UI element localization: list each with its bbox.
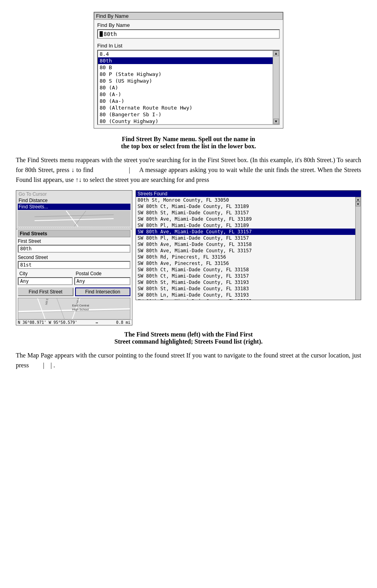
second-street-value[interactable]: 81st bbox=[18, 261, 130, 269]
streets-scroll-down[interactable]: ▼ bbox=[356, 202, 360, 206]
find-by-name-label: Find By Name bbox=[97, 22, 280, 28]
second-street-label: Second Street bbox=[16, 254, 132, 261]
menu-find-streets[interactable]: Find Streets... bbox=[18, 204, 130, 210]
map-preview: East Central High School Mill E. Ave 74t… bbox=[18, 298, 130, 320]
street-item[interactable]: SW 80th Ct, Miami-Dade County, FL 33158 bbox=[136, 267, 361, 273]
street-item[interactable]: SW 80th St, Miami-Dade County, FL 33183 bbox=[136, 285, 361, 292]
list-item[interactable]: 80 (County Road Sekk) bbox=[98, 125, 279, 125]
list-item[interactable]: 80 (A) bbox=[98, 84, 279, 91]
text-cursor bbox=[100, 31, 103, 37]
scale-text: 0.8 mi bbox=[116, 320, 130, 325]
streets-found-panel: Streets Found 80th St, Monroe County, FL… bbox=[136, 190, 361, 300]
menu-bar: Go To Cursor Find Distance Find Streets.… bbox=[16, 191, 132, 229]
city-col: City Any bbox=[18, 270, 74, 287]
thumbnail-svg bbox=[18, 211, 130, 227]
list-item[interactable]: 80 P (State Highway) bbox=[98, 71, 279, 78]
find-by-name-title: Find By Name bbox=[94, 12, 283, 20]
caption1-line2: the top box or select from the list in t… bbox=[121, 143, 256, 149]
coords-text: N 36°08.971' W 95°50.579' bbox=[18, 320, 77, 325]
list-item[interactable]: 80th bbox=[98, 57, 279, 64]
find-by-name-box: Find By Name Find By Name 80th Find In L… bbox=[94, 12, 283, 129]
find-first-street-button[interactable]: Find First Street bbox=[18, 287, 74, 296]
list-item[interactable]: 80 (County Highway) bbox=[98, 118, 279, 125]
svg-text:High School: High School bbox=[72, 308, 89, 311]
body-text-2: The Map Page appears with the cursor poi… bbox=[16, 351, 361, 371]
street-item[interactable]: SW 80th Ave, Miami-Dade County, FL 33189 bbox=[136, 216, 361, 222]
list-item[interactable]: 80 S (US Highway) bbox=[98, 78, 279, 84]
button-row: Find First Street Find Intersection bbox=[18, 287, 130, 296]
menu-find-distance[interactable]: Find Distance bbox=[18, 197, 130, 204]
street-item[interactable]: SW 80th Ter, Miami-Dade County, FL 33193 bbox=[136, 298, 361, 300]
street-item[interactable]: SW 80th St, Miami-Dade County, FL 33157 bbox=[136, 210, 361, 216]
streets-list[interactable]: 80th St, Monroe County, FL 33050SW 80th … bbox=[136, 197, 361, 300]
list-item[interactable]: 80 B bbox=[98, 64, 279, 71]
first-street-value[interactable]: 80th bbox=[18, 245, 130, 253]
list-item[interactable]: 80 (Aa-) bbox=[98, 98, 279, 104]
street-item[interactable]: SW 80th Ave, Miami-Dade County, FL 33157 bbox=[136, 229, 361, 235]
street-item[interactable]: SW 80th Pl, Miami-Dade County, FL 33157 bbox=[136, 235, 361, 241]
streets-scrollbar[interactable]: ▲ ▼ bbox=[355, 197, 361, 300]
city-value[interactable]: Any bbox=[18, 277, 73, 285]
caption2-line2: Street command highlighted; Streets Foun… bbox=[115, 338, 263, 345]
list-item[interactable]: 8.4 bbox=[98, 51, 279, 57]
find-in-list-box[interactable]: 8.480th80 B80 P (State Highway)80 S (US … bbox=[97, 50, 280, 125]
street-item[interactable]: SW 80th Ave, Miami-Dade County, FL 33157 bbox=[136, 248, 361, 254]
arrow-icon: ↔ bbox=[96, 320, 98, 325]
map-coords: N 36°08.971' W 95°50.579' ↔ 0.8 mi bbox=[16, 320, 132, 325]
street-item[interactable]: SW 80th Ave, Pinecrest, FL 33156 bbox=[136, 260, 361, 267]
two-panel: Go To Cursor Find Distance Find Streets.… bbox=[16, 190, 361, 325]
find-streets-panel: Go To Cursor Find Distance Find Streets.… bbox=[16, 190, 132, 325]
street-item[interactable]: SW 80th St, Miami-Dade County, FL 33193 bbox=[136, 279, 361, 285]
find-streets-label: Find Streets bbox=[18, 230, 130, 237]
street-item[interactable]: SW 80th Ct, Miami-Dade County, FL 33189 bbox=[136, 203, 361, 210]
street-item[interactable]: SW 80th Ave, Miami-Dade County, FL 33158 bbox=[136, 241, 361, 248]
postal-col: Postal Code Any bbox=[74, 270, 131, 287]
caption1-line1: Find Street By Name menu. Spell out the … bbox=[122, 136, 255, 142]
list-scrollbar[interactable]: ▲ ▼ bbox=[273, 51, 279, 124]
caption1: Find Street By Name menu. Spell out the … bbox=[16, 136, 361, 150]
streets-found-title: Streets Found bbox=[136, 191, 361, 197]
street-item[interactable]: SW 80th Ct, Miami-Dade County, FL 33157 bbox=[136, 273, 361, 279]
scrollbar-down-arrow[interactable]: ▼ bbox=[273, 119, 279, 124]
find-by-name-input[interactable]: 80th bbox=[97, 29, 280, 39]
menu-divider bbox=[18, 227, 130, 228]
postal-value[interactable]: Any bbox=[74, 277, 131, 285]
street-item[interactable]: SW 80th Ln, Miami-Dade County, FL 33193 bbox=[136, 292, 361, 298]
first-street-label: First Street bbox=[16, 238, 132, 244]
map-preview-svg: East Central High School Mill E. Ave 74t… bbox=[18, 298, 130, 320]
input-value: 80th bbox=[104, 31, 117, 37]
list-items: 8.480th80 B80 P (State Highway)80 S (US … bbox=[98, 51, 279, 125]
street-item[interactable]: SW 80th Pl, Miami-Dade County, FL 33189 bbox=[136, 222, 361, 229]
map-thumbnail bbox=[18, 211, 130, 227]
city-postal-row: City Any Postal Code Any bbox=[18, 270, 130, 287]
find-in-list-label: Find In List bbox=[97, 43, 280, 49]
find-intersection-button[interactable]: Find Intersection bbox=[75, 287, 131, 296]
svg-text:East Central: East Central bbox=[72, 304, 89, 308]
streets-scroll-up[interactable]: ▲ bbox=[356, 197, 360, 202]
caption2-line1: The Find Streets menu (left) with the Fi… bbox=[124, 331, 253, 338]
menu-go-to-cursor[interactable]: Go To Cursor bbox=[18, 191, 130, 197]
list-item[interactable]: 80 (Bangerter Sb I-) bbox=[98, 111, 279, 118]
postal-code-label: Postal Code bbox=[74, 270, 131, 277]
streets-items: 80th St, Monroe County, FL 33050SW 80th … bbox=[136, 197, 361, 300]
body-text-1: The Find Streets menu reappears with the… bbox=[16, 155, 361, 185]
list-item[interactable]: 80 (A-) bbox=[98, 91, 279, 98]
caption2: The Find Streets menu (left) with the Fi… bbox=[16, 331, 361, 345]
street-item[interactable]: 80th St, Monroe County, FL 33050 bbox=[136, 197, 361, 203]
city-label: City bbox=[18, 270, 74, 277]
street-item[interactable]: SW 80th Rd, Pinecrest, FL 33156 bbox=[136, 254, 361, 260]
scrollbar-up-arrow[interactable]: ▲ bbox=[273, 51, 279, 56]
list-item[interactable]: 80 (Alternate Route Route Hwy) bbox=[98, 104, 279, 111]
